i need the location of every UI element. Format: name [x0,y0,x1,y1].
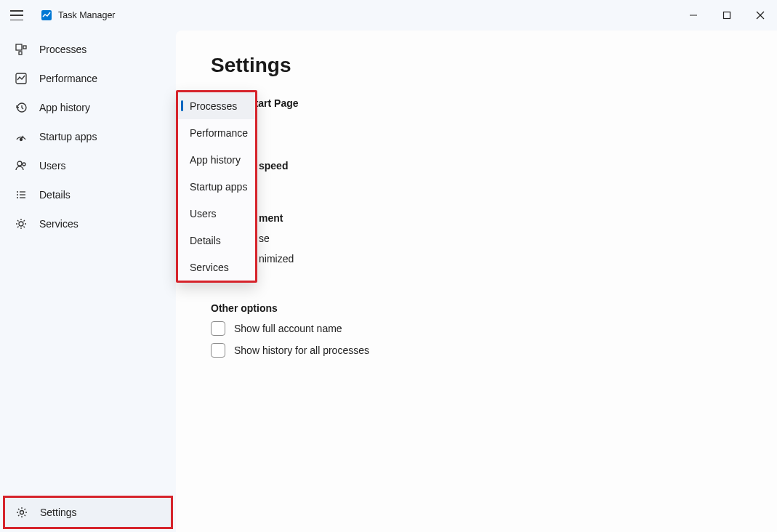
sidebar-item-services[interactable]: Services [0,209,176,238]
sidebar-item-users[interactable]: Users [0,151,176,180]
users-icon [15,159,28,172]
checkbox-label: Show full account name [234,323,342,334]
svg-rect-2 [724,12,730,19]
flyout-item-label: Details [190,235,221,246]
checkbox-show-full-account-name[interactable]: Show full account name [211,321,777,336]
sidebar-item-label: Settings [40,507,77,518]
svg-rect-7 [19,52,22,55]
performance-icon [15,72,28,85]
content-area: Settings Default Start Page Processes Pe… [176,31,777,532]
checkbox-box[interactable] [211,321,225,336]
flyout-item-label: Users [190,208,217,219]
partial-label-speed: speed [259,160,777,172]
sidebar-item-performance[interactable]: Performance [0,64,176,93]
title-bar: Task Manager [0,0,777,31]
svg-point-21 [20,511,24,515]
settings-icon [15,506,28,519]
sidebar-item-label: Performance [39,73,97,84]
default-start-page-dropdown[interactable]: Processes Performance App history Startu… [176,90,257,283]
startup-apps-icon [15,130,28,143]
other-options-label: Other options [211,302,777,314]
sidebar-item-app-history[interactable]: App history [0,93,176,122]
flyout-item-label: Startup apps [190,181,247,193]
flyout-item-performance[interactable]: Performance [178,119,255,146]
partial-label-management: ment [259,212,777,224]
sidebar-item-label: Details [39,189,71,201]
processes-icon [15,43,28,56]
task-manager-icon [41,9,52,21]
flyout-item-processes[interactable]: Processes [178,92,255,119]
services-icon [15,217,28,230]
close-button[interactable] [744,0,777,31]
checkbox-box[interactable] [211,343,225,358]
details-icon [15,188,28,201]
flyout-item-users[interactable]: Users [178,200,255,227]
window-controls [677,0,777,31]
sidebar-item-label: Processes [39,44,86,55]
checkbox-label: Show history for all processes [234,344,369,356]
sidebar-item-settings[interactable]: Settings [5,498,171,527]
sidebar-item-details[interactable]: Details [0,180,176,209]
minimize-button[interactable] [677,0,710,31]
app-title: Task Manager [58,10,116,20]
sidebar-item-label: Services [39,218,78,230]
svg-point-13 [23,163,25,166]
maximize-button[interactable] [710,0,744,31]
svg-point-12 [17,161,22,166]
svg-point-20 [19,222,23,226]
sidebar-item-label: App history [39,102,90,113]
flyout-item-details[interactable]: Details [178,227,255,254]
checkbox-show-history-for-all-processes[interactable]: Show history for all processes [211,343,777,358]
flyout-item-label: Performance [190,127,248,139]
flyout-item-services[interactable]: Services [178,254,255,281]
flyout-item-label: Services [190,262,229,273]
flyout-item-startup-apps[interactable]: Startup apps [178,173,255,200]
sidebar-item-label: Users [39,160,66,172]
sidebar-item-label: Startup apps [39,131,97,142]
flyout-item-app-history[interactable]: App history [178,146,255,173]
page-title: Settings [211,54,777,77]
default-start-page-label: Default Start Page [211,97,777,109]
partial-row-1: se [259,233,777,244]
hamburger-menu-button[interactable] [10,10,23,20]
partial-row-2: nimized [259,253,777,265]
sidebar: Processes Performance App history [0,31,176,532]
flyout-item-label: App history [190,154,241,166]
sidebar-item-startup-apps[interactable]: Startup apps [0,122,176,151]
flyout-item-label: Processes [190,100,237,112]
main-area: Processes Performance App history [0,31,777,532]
settings-highlight-box: Settings [3,496,173,529]
svg-rect-6 [23,46,26,49]
app-history-icon [15,101,28,114]
svg-rect-5 [16,44,22,50]
sidebar-item-processes[interactable]: Processes [0,35,176,64]
